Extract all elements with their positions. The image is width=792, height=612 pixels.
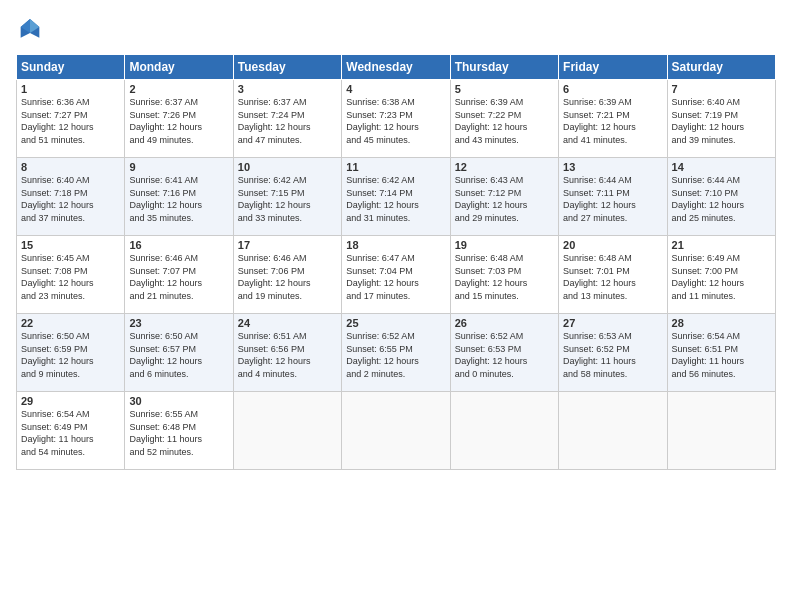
day-number: 25 — [346, 317, 445, 329]
day-number: 27 — [563, 317, 662, 329]
calendar-cell: 9Sunrise: 6:41 AMSunset: 7:16 PMDaylight… — [125, 158, 233, 236]
day-number: 21 — [672, 239, 771, 251]
calendar-cell: 18Sunrise: 6:47 AMSunset: 7:04 PMDayligh… — [342, 236, 450, 314]
cell-info: Sunrise: 6:52 AMSunset: 6:53 PMDaylight:… — [455, 330, 554, 380]
calendar-cell: 26Sunrise: 6:52 AMSunset: 6:53 PMDayligh… — [450, 314, 558, 392]
calendar-cell: 6Sunrise: 6:39 AMSunset: 7:21 PMDaylight… — [559, 80, 667, 158]
calendar-cell: 24Sunrise: 6:51 AMSunset: 6:56 PMDayligh… — [233, 314, 341, 392]
cell-info: Sunrise: 6:42 AMSunset: 7:15 PMDaylight:… — [238, 174, 337, 224]
cell-info: Sunrise: 6:45 AMSunset: 7:08 PMDaylight:… — [21, 252, 120, 302]
calendar-header-row: SundayMondayTuesdayWednesdayThursdayFrid… — [17, 55, 776, 80]
calendar-cell: 5Sunrise: 6:39 AMSunset: 7:22 PMDaylight… — [450, 80, 558, 158]
cell-info: Sunrise: 6:47 AMSunset: 7:04 PMDaylight:… — [346, 252, 445, 302]
calendar-cell: 4Sunrise: 6:38 AMSunset: 7:23 PMDaylight… — [342, 80, 450, 158]
cell-info: Sunrise: 6:37 AMSunset: 7:26 PMDaylight:… — [129, 96, 228, 146]
cell-info: Sunrise: 6:44 AMSunset: 7:11 PMDaylight:… — [563, 174, 662, 224]
calendar-cell: 8Sunrise: 6:40 AMSunset: 7:18 PMDaylight… — [17, 158, 125, 236]
day-number: 8 — [21, 161, 120, 173]
cell-info: Sunrise: 6:50 AMSunset: 6:57 PMDaylight:… — [129, 330, 228, 380]
calendar-table: SundayMondayTuesdayWednesdayThursdayFrid… — [16, 54, 776, 470]
weekday-header: Monday — [125, 55, 233, 80]
cell-info: Sunrise: 6:51 AMSunset: 6:56 PMDaylight:… — [238, 330, 337, 380]
day-number: 10 — [238, 161, 337, 173]
calendar-cell: 17Sunrise: 6:46 AMSunset: 7:06 PMDayligh… — [233, 236, 341, 314]
calendar-cell — [233, 392, 341, 470]
calendar-cell: 21Sunrise: 6:49 AMSunset: 7:00 PMDayligh… — [667, 236, 775, 314]
calendar-week-row: 22Sunrise: 6:50 AMSunset: 6:59 PMDayligh… — [17, 314, 776, 392]
calendar-cell — [667, 392, 775, 470]
cell-info: Sunrise: 6:39 AMSunset: 7:22 PMDaylight:… — [455, 96, 554, 146]
calendar-week-row: 15Sunrise: 6:45 AMSunset: 7:08 PMDayligh… — [17, 236, 776, 314]
cell-info: Sunrise: 6:40 AMSunset: 7:18 PMDaylight:… — [21, 174, 120, 224]
calendar-cell: 25Sunrise: 6:52 AMSunset: 6:55 PMDayligh… — [342, 314, 450, 392]
calendar-cell: 22Sunrise: 6:50 AMSunset: 6:59 PMDayligh… — [17, 314, 125, 392]
day-number: 26 — [455, 317, 554, 329]
cell-info: Sunrise: 6:40 AMSunset: 7:19 PMDaylight:… — [672, 96, 771, 146]
day-number: 1 — [21, 83, 120, 95]
calendar-cell: 16Sunrise: 6:46 AMSunset: 7:07 PMDayligh… — [125, 236, 233, 314]
cell-info: Sunrise: 6:46 AMSunset: 7:06 PMDaylight:… — [238, 252, 337, 302]
calendar-week-row: 1Sunrise: 6:36 AMSunset: 7:27 PMDaylight… — [17, 80, 776, 158]
day-number: 19 — [455, 239, 554, 251]
day-number: 16 — [129, 239, 228, 251]
day-number: 2 — [129, 83, 228, 95]
day-number: 13 — [563, 161, 662, 173]
cell-info: Sunrise: 6:54 AMSunset: 6:51 PMDaylight:… — [672, 330, 771, 380]
calendar-week-row: 8Sunrise: 6:40 AMSunset: 7:18 PMDaylight… — [17, 158, 776, 236]
day-number: 22 — [21, 317, 120, 329]
calendar-cell: 23Sunrise: 6:50 AMSunset: 6:57 PMDayligh… — [125, 314, 233, 392]
day-number: 28 — [672, 317, 771, 329]
calendar-week-row: 29Sunrise: 6:54 AMSunset: 6:49 PMDayligh… — [17, 392, 776, 470]
calendar-cell — [450, 392, 558, 470]
calendar-cell: 14Sunrise: 6:44 AMSunset: 7:10 PMDayligh… — [667, 158, 775, 236]
day-number: 11 — [346, 161, 445, 173]
calendar-cell: 20Sunrise: 6:48 AMSunset: 7:01 PMDayligh… — [559, 236, 667, 314]
calendar-cell: 12Sunrise: 6:43 AMSunset: 7:12 PMDayligh… — [450, 158, 558, 236]
cell-info: Sunrise: 6:55 AMSunset: 6:48 PMDaylight:… — [129, 408, 228, 458]
day-number: 30 — [129, 395, 228, 407]
weekday-header: Thursday — [450, 55, 558, 80]
cell-info: Sunrise: 6:49 AMSunset: 7:00 PMDaylight:… — [672, 252, 771, 302]
cell-info: Sunrise: 6:42 AMSunset: 7:14 PMDaylight:… — [346, 174, 445, 224]
day-number: 5 — [455, 83, 554, 95]
day-number: 15 — [21, 239, 120, 251]
cell-info: Sunrise: 6:53 AMSunset: 6:52 PMDaylight:… — [563, 330, 662, 380]
day-number: 3 — [238, 83, 337, 95]
cell-info: Sunrise: 6:44 AMSunset: 7:10 PMDaylight:… — [672, 174, 771, 224]
logo — [16, 16, 48, 44]
calendar-cell: 28Sunrise: 6:54 AMSunset: 6:51 PMDayligh… — [667, 314, 775, 392]
day-number: 29 — [21, 395, 120, 407]
calendar-cell: 2Sunrise: 6:37 AMSunset: 7:26 PMDaylight… — [125, 80, 233, 158]
weekday-header: Wednesday — [342, 55, 450, 80]
cell-info: Sunrise: 6:43 AMSunset: 7:12 PMDaylight:… — [455, 174, 554, 224]
page-header — [16, 16, 776, 44]
calendar-cell: 11Sunrise: 6:42 AMSunset: 7:14 PMDayligh… — [342, 158, 450, 236]
calendar-cell: 3Sunrise: 6:37 AMSunset: 7:24 PMDaylight… — [233, 80, 341, 158]
cell-info: Sunrise: 6:39 AMSunset: 7:21 PMDaylight:… — [563, 96, 662, 146]
weekday-header: Friday — [559, 55, 667, 80]
day-number: 20 — [563, 239, 662, 251]
day-number: 17 — [238, 239, 337, 251]
day-number: 4 — [346, 83, 445, 95]
day-number: 7 — [672, 83, 771, 95]
cell-info: Sunrise: 6:37 AMSunset: 7:24 PMDaylight:… — [238, 96, 337, 146]
calendar-cell: 15Sunrise: 6:45 AMSunset: 7:08 PMDayligh… — [17, 236, 125, 314]
day-number: 12 — [455, 161, 554, 173]
calendar-cell: 10Sunrise: 6:42 AMSunset: 7:15 PMDayligh… — [233, 158, 341, 236]
cell-info: Sunrise: 6:52 AMSunset: 6:55 PMDaylight:… — [346, 330, 445, 380]
calendar-cell: 29Sunrise: 6:54 AMSunset: 6:49 PMDayligh… — [17, 392, 125, 470]
day-number: 18 — [346, 239, 445, 251]
cell-info: Sunrise: 6:54 AMSunset: 6:49 PMDaylight:… — [21, 408, 120, 458]
calendar-cell: 27Sunrise: 6:53 AMSunset: 6:52 PMDayligh… — [559, 314, 667, 392]
calendar-body: 1Sunrise: 6:36 AMSunset: 7:27 PMDaylight… — [17, 80, 776, 470]
day-number: 23 — [129, 317, 228, 329]
weekday-header: Sunday — [17, 55, 125, 80]
calendar-cell: 7Sunrise: 6:40 AMSunset: 7:19 PMDaylight… — [667, 80, 775, 158]
cell-info: Sunrise: 6:46 AMSunset: 7:07 PMDaylight:… — [129, 252, 228, 302]
day-number: 14 — [672, 161, 771, 173]
calendar-cell: 1Sunrise: 6:36 AMSunset: 7:27 PMDaylight… — [17, 80, 125, 158]
day-number: 9 — [129, 161, 228, 173]
calendar-cell: 13Sunrise: 6:44 AMSunset: 7:11 PMDayligh… — [559, 158, 667, 236]
cell-info: Sunrise: 6:50 AMSunset: 6:59 PMDaylight:… — [21, 330, 120, 380]
logo-icon — [16, 16, 44, 44]
